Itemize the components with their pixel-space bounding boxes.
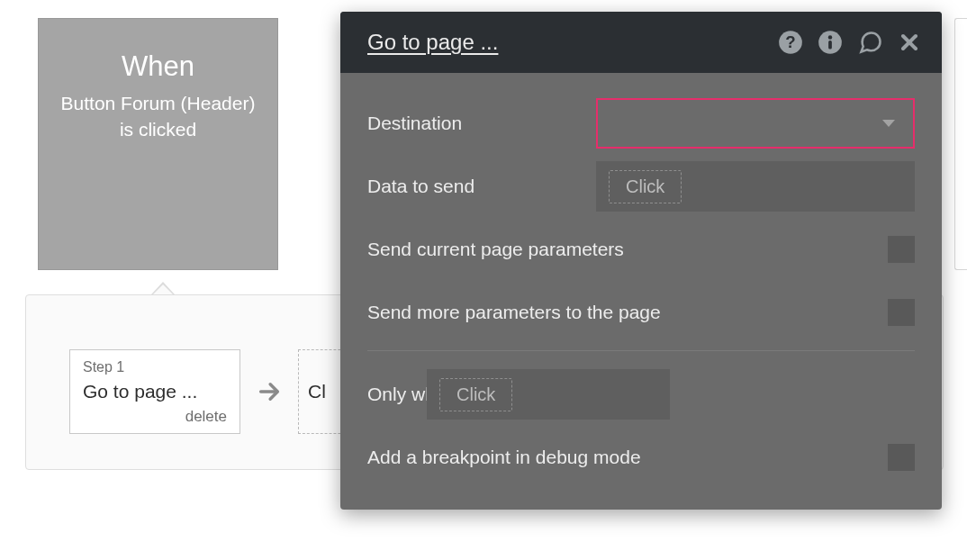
help-icon[interactable]: ? [778, 30, 803, 55]
data-to-send-field[interactable]: Click [596, 161, 915, 212]
send-more-params-row: Send more parameters to the page [367, 287, 915, 338]
editor-header-icons: ? [778, 30, 920, 55]
breakpoint-label: Add a breakpoint in debug mode [367, 447, 888, 468]
send-current-params-checkbox[interactable] [888, 236, 915, 263]
add-step-hint: Cl [308, 381, 326, 402]
trigger-title: When [122, 50, 194, 83]
svg-rect-5 [828, 41, 832, 50]
data-to-send-label: Data to send [367, 176, 596, 197]
send-current-params-row: Send current page parameters [367, 224, 915, 275]
editor-body: Destination Data to send Click Send curr… [340, 73, 942, 510]
editor-divider [367, 350, 915, 351]
destination-row: Destination [367, 98, 915, 149]
step-1-card[interactable]: Step 1 Go to page ... delete [69, 349, 240, 434]
data-to-send-row: Data to send Click [367, 161, 915, 212]
action-property-editor: Go to page ... ? Destination Data to sen [340, 12, 942, 510]
send-more-params-label: Send more parameters to the page [367, 302, 888, 323]
close-icon[interactable] [899, 32, 920, 53]
data-to-send-expression[interactable]: Click [609, 170, 682, 203]
step-number-label: Step 1 [83, 359, 227, 375]
chevron-down-icon [882, 120, 895, 127]
editor-title[interactable]: Go to page ... [367, 30, 498, 55]
trigger-subtitle: Button Forum (Header) is clicked [39, 90, 277, 143]
info-icon[interactable] [818, 30, 843, 55]
comment-icon[interactable] [857, 30, 884, 55]
trigger-card[interactable]: When Button Forum (Header) is clicked [38, 18, 278, 270]
send-more-params-checkbox[interactable] [888, 299, 915, 326]
step-action-label: Go to page ... [83, 381, 227, 402]
destination-label: Destination [367, 113, 596, 134]
only-when-row: Only when Click [367, 369, 915, 420]
destination-dropdown[interactable] [596, 98, 915, 149]
breakpoint-row: Add a breakpoint in debug mode [367, 432, 915, 483]
editor-header[interactable]: Go to page ... ? [340, 12, 942, 73]
svg-text:?: ? [785, 32, 795, 51]
send-current-params-label: Send current page parameters [367, 239, 888, 260]
only-when-expression[interactable]: Click [439, 378, 512, 411]
svg-point-4 [828, 35, 832, 39]
only-when-field[interactable]: Click [427, 369, 670, 420]
adjacent-card-edge [954, 18, 967, 270]
step-delete-button[interactable]: delete [83, 408, 227, 426]
arrow-right-icon [257, 379, 282, 404]
breakpoint-checkbox[interactable] [888, 444, 915, 471]
